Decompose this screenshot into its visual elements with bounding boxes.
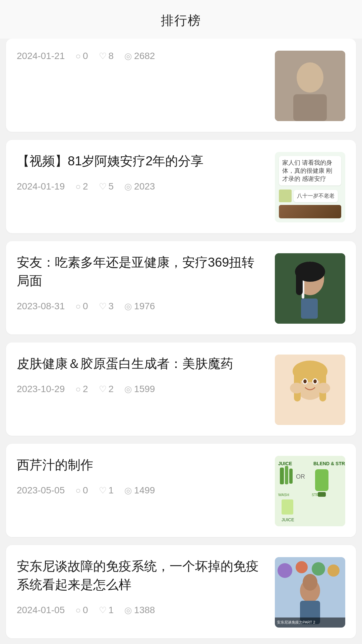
like-item: ♡ 1 [99,485,114,496]
view-icon: ◎ [124,301,132,312]
view-count: 1976 [134,301,155,312]
card-body: 安友：吃素多年还是亚健康，安疗369扭转局面 2023-08-31 ○ 0 ♡ … [17,253,267,312]
like-count: 5 [109,181,114,192]
svg-rect-23 [280,468,284,484]
view-icon: ◎ [124,384,132,394]
svg-point-17 [303,379,307,383]
comment-icon: ○ [75,384,81,394]
view-item: ◎ 1976 [124,301,155,312]
like-icon: ♡ [99,301,107,312]
svg-rect-8 [296,272,303,295]
date-value: 2023-08-31 [17,301,65,312]
card-body: 西芹汁的制作 2023-05-05 ○ 0 ♡ 1 ◎ 1499 [17,456,267,496]
svg-text:STRAIN: STRAIN [312,493,324,497]
card-thumbnail: 家人们 请看我的身体，真的很健康 刚才录的 感谢安疗 八十一岁不老老 [275,152,345,222]
view-count: 1599 [134,384,155,394]
card-title: 皮肤健康＆胶原蛋白生成者：美肤魔药 [17,355,267,373]
date-item: 2023-05-05 [17,485,65,496]
table-row[interactable]: 【视频】81岁阿姨安疗2年的分享 2024-01-19 ○ 2 ♡ 5 ◎ 20… [6,140,356,233]
like-count: 2 [109,384,114,394]
svg-point-14 [290,383,303,393]
svg-point-35 [296,561,308,573]
svg-rect-2 [293,94,327,121]
comment-count: 0 [83,605,88,615]
svg-point-19 [313,379,317,383]
like-count: 1 [109,605,114,615]
like-item: ♡ 1 [99,605,114,615]
page-header: 排行榜 [0,0,362,39]
svg-text:JUICE: JUICE [278,461,292,466]
comment-icon: ○ [75,181,81,192]
view-item: ◎ 1499 [124,485,155,496]
like-item: ♡ 5 [99,181,114,192]
svg-point-36 [312,562,325,576]
view-count: 1499 [134,485,155,496]
view-icon: ◎ [124,605,132,615]
date-value: 2024-01-05 [17,605,65,615]
like-count: 1 [109,485,114,496]
view-count: 1388 [134,605,155,615]
svg-rect-27 [315,469,328,491]
svg-rect-24 [285,466,288,484]
svg-rect-6 [301,299,318,319]
date-item: 2024-01-05 [17,605,65,615]
view-item: ◎ 2023 [124,181,155,192]
like-item: ♡ 2 [99,384,114,394]
card-thumbnail [275,355,345,425]
date-item: 2023-08-31 [17,301,65,312]
card-meta: 2023-05-05 ○ 0 ♡ 1 ◎ 1499 [17,485,267,496]
date-value: 2023-05-05 [17,485,65,496]
card-body: 安东尼谈故障的免疫系统，一个坏掉的免疫系统看起来是怎么样 2024-01-05 … [17,557,267,615]
table-row[interactable]: 2024-01-21 ○ 0 ♡ 8 ◎ 2682 [6,39,356,132]
view-icon: ◎ [124,51,132,61]
date-value: 2023-10-29 [17,384,65,394]
comment-count: 2 [83,181,88,192]
like-icon: ♡ [99,605,107,615]
svg-point-37 [327,565,340,577]
svg-rect-25 [289,469,293,484]
comment-item: ○ 0 [75,51,88,61]
comment-icon: ○ [75,605,81,615]
date-value: 2024-01-19 [17,181,65,192]
svg-text:OR: OR [296,473,305,480]
svg-rect-29 [282,499,293,515]
card-body: 【视频】81岁阿姨安疗2年的分享 2024-01-19 ○ 2 ♡ 5 ◎ 20… [17,152,267,192]
card-meta: 2024-01-19 ○ 2 ♡ 5 ◎ 2023 [17,181,267,192]
svg-text:JUICE: JUICE [282,517,294,522]
table-row[interactable]: 安东尼谈故障的免疫系统，一个坏掉的免疫系统看起来是怎么样 2024-01-05 … [6,545,356,638]
view-icon: ◎ [124,485,132,496]
view-count: 2682 [134,51,155,61]
comment-item: ○ 0 [75,605,88,615]
table-row[interactable]: 皮肤健康＆胶原蛋白生成者：美肤魔药 2023-10-29 ○ 2 ♡ 2 ◎ 1… [6,342,356,436]
comment-icon: ○ [75,485,81,496]
chat-bubble-2: 八十一岁不老老 [294,190,338,202]
comment-item: ○ 0 [75,301,88,312]
svg-point-1 [297,62,323,93]
date-value: 2024-01-21 [17,51,65,61]
comment-count: 0 [83,51,88,61]
view-item: ◎ 1388 [124,605,155,615]
table-row[interactable]: 西芹汁的制作 2023-05-05 ○ 0 ♡ 1 ◎ 1499 [6,444,356,537]
card-title: 安东尼谈故障的免疫系统，一个坏掉的免疫系统看起来是怎么样 [17,557,267,594]
table-row[interactable]: 安友：吃素多年还是亚健康，安疗369扭转局面 2023-08-31 ○ 0 ♡ … [6,241,356,334]
view-icon: ◎ [124,181,132,192]
card-title: 安友：吃素多年还是亚健康，安疗369扭转局面 [17,253,267,290]
comment-count: 0 [83,301,88,312]
like-item: ♡ 8 [99,51,114,61]
card-title: 【视频】81岁阿姨安疗2年的分享 [17,152,267,170]
svg-point-15 [317,383,330,393]
comment-item: ○ 2 [75,384,88,394]
card-meta: 2023-08-31 ○ 0 ♡ 3 ◎ 1976 [17,301,267,312]
date-item: 2023-10-29 [17,384,65,394]
card-thumbnail [275,51,345,121]
view-item: ◎ 2682 [124,51,155,61]
chat-bubble-1: 家人们 请看我的身体，真的很健康 刚才录的 感谢安疗 [279,156,341,185]
card-thumbnail [275,253,345,324]
like-item: ♡ 3 [99,301,114,312]
like-icon: ♡ [99,485,107,496]
svg-text:WASH: WASH [278,493,289,497]
article-list: 2024-01-21 ○ 0 ♡ 8 ◎ 2682 [0,39,362,644]
svg-point-39 [303,574,317,591]
view-count: 2023 [134,181,155,192]
card-meta: 2023-10-29 ○ 2 ♡ 2 ◎ 1599 [17,384,267,394]
